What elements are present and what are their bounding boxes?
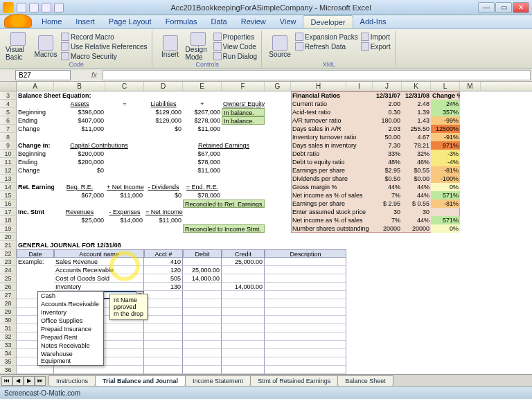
row-header[interactable]: 35 (0, 357, 17, 366)
sheet-tab[interactable]: Trial Balance and Journal (95, 375, 186, 386)
maximize-button[interactable]: ▭ (495, 2, 512, 13)
cell[interactable] (265, 357, 346, 366)
row-header[interactable]: 14 (0, 183, 17, 191)
row-header[interactable]: 25 (0, 274, 17, 283)
row-header[interactable]: 21 (0, 241, 17, 249)
col-header[interactable]: C (105, 82, 144, 91)
row-header[interactable]: 24 (0, 266, 17, 274)
cell[interactable] (222, 266, 265, 274)
formula-bar[interactable] (103, 70, 531, 80)
tab-nav-prev[interactable]: ◀ (12, 376, 24, 386)
cell[interactable] (265, 324, 346, 332)
account-dropdown[interactable]: CashAccounts ReceivableInventoryOffice S… (37, 291, 104, 366)
col-header[interactable]: K (402, 82, 431, 91)
sheet-tab[interactable]: Stmt of Retained Earnings (250, 375, 338, 386)
name-box[interactable]: B27 (15, 70, 71, 80)
row-header[interactable]: 30 (0, 316, 17, 324)
dropdown-item[interactable]: Inventory (38, 308, 103, 317)
row-header[interactable]: 4 (0, 100, 17, 108)
row-header[interactable]: 33 (0, 341, 17, 349)
row-header[interactable]: 32 (0, 332, 17, 341)
qat-save-icon[interactable] (17, 3, 26, 12)
cell[interactable] (265, 266, 346, 274)
ribbon-tab-page-layout[interactable]: Page Layout (102, 15, 159, 28)
row-header[interactable]: 6 (0, 116, 17, 125)
cell[interactable]: 505 (144, 274, 183, 283)
export-button[interactable]: Export (361, 42, 391, 51)
row-header[interactable]: 34 (0, 349, 17, 357)
col-header[interactable]: J (373, 82, 402, 91)
ribbon-tab-add-ins[interactable]: Add-Ins (353, 15, 393, 28)
cell[interactable]: Inventory (54, 283, 144, 291)
ribbon-tab-home[interactable]: Home (35, 15, 69, 28)
row-header[interactable]: 31 (0, 324, 17, 332)
cell[interactable] (183, 291, 222, 299)
cell[interactable]: 130 (144, 283, 183, 291)
dropdown-item[interactable]: Warehouse Equipment (38, 350, 103, 365)
row-header[interactable]: 13 (0, 175, 17, 183)
ribbon-tab-formulas[interactable]: Formulas (159, 15, 204, 28)
col-header[interactable]: B (54, 82, 105, 91)
row-header[interactable]: 28 (0, 299, 17, 308)
cell[interactable] (183, 341, 222, 349)
ribbon-tab-insert[interactable]: Insert (69, 15, 102, 28)
dropdown-item[interactable]: Office Supplies (38, 317, 103, 325)
col-header[interactable]: F (222, 82, 265, 91)
row-header[interactable]: 9 (0, 141, 17, 150)
cell[interactable] (265, 332, 346, 341)
visual-basic-button[interactable]: Visual Basic (6, 32, 30, 61)
record-macro-button[interactable]: Record Macro (61, 32, 148, 42)
relative-refs-button[interactable]: Use Relative References (61, 42, 148, 51)
cell[interactable] (222, 349, 265, 357)
row-header[interactable]: 10 (0, 150, 17, 158)
cell[interactable]: 410 (144, 258, 183, 266)
col-header[interactable]: H (291, 82, 346, 91)
cell[interactable] (265, 349, 346, 357)
row-header[interactable]: 23 (0, 258, 17, 266)
sheet-tab[interactable]: Instructions (48, 375, 96, 386)
col-header[interactable]: D (144, 82, 183, 91)
col-header[interactable]: M (460, 82, 481, 91)
cell[interactable] (222, 291, 265, 299)
view-code-button[interactable]: View Code (213, 42, 257, 51)
insert-control-button[interactable]: Insert (158, 32, 183, 61)
cell[interactable] (183, 332, 222, 341)
office-button[interactable] (4, 14, 32, 28)
cell[interactable] (222, 332, 265, 341)
row-header[interactable]: 19 (0, 224, 17, 233)
col-header[interactable]: E (183, 82, 222, 91)
cell[interactable] (183, 366, 222, 374)
row-header[interactable]: 17 (0, 208, 17, 216)
qat-redo-icon[interactable] (42, 3, 51, 12)
design-mode-button[interactable]: Design Mode (186, 32, 211, 61)
cell[interactable] (265, 258, 346, 266)
dropdown-item[interactable]: Prepaid Rent (38, 333, 103, 342)
cell[interactable] (17, 366, 54, 374)
cell[interactable]: Accounts Receivable (54, 266, 144, 274)
cell[interactable] (265, 291, 346, 299)
source-button[interactable]: Source (267, 32, 292, 61)
minimize-button[interactable]: — (478, 2, 495, 13)
row-header[interactable]: 16 (0, 200, 17, 208)
cell[interactable] (144, 357, 183, 366)
cell[interactable] (265, 308, 346, 316)
cell[interactable]: 120 (144, 266, 183, 274)
cell[interactable] (144, 299, 183, 308)
cell[interactable] (144, 332, 183, 341)
worksheet[interactable]: ABCDEFGHIJKLM 34567891011121314151617181… (0, 82, 532, 385)
dropdown-item[interactable]: Accounts Receivable (38, 300, 103, 308)
cell[interactable] (183, 283, 222, 291)
run-dialog-button[interactable]: Run Dialog (213, 51, 257, 61)
row-header[interactable]: 11 (0, 158, 17, 166)
col-header[interactable]: G (265, 82, 291, 91)
row-header[interactable]: 15 (0, 191, 17, 200)
close-button[interactable]: ✕ (513, 2, 529, 13)
cell[interactable]: 14,000.00 (183, 274, 222, 283)
tab-nav-last[interactable]: ⏭ (35, 376, 46, 386)
fx-icon[interactable]: fx (91, 71, 103, 79)
macros-button[interactable]: Macros (33, 32, 58, 61)
cell[interactable] (183, 349, 222, 357)
cell[interactable] (144, 349, 183, 357)
qat-undo-icon[interactable] (29, 3, 39, 12)
ribbon-tab-data[interactable]: Data (204, 15, 233, 28)
